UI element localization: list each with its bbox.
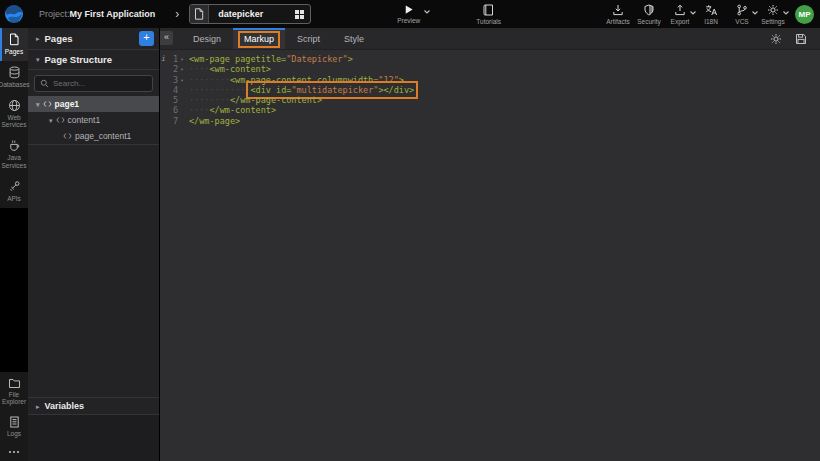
api-icon (8, 180, 21, 193)
code-line-content[interactable]: ········<wm-page-content columnwidth="12… (186, 75, 404, 85)
user-avatar[interactable]: MP (795, 5, 814, 24)
preview-label: Preview (397, 17, 420, 24)
search-input[interactable] (53, 79, 147, 88)
fold-caret-icon[interactable]: ▾ (178, 54, 186, 64)
line-number: 1 (167, 54, 178, 64)
breadcrumb-chevron-icon: › (175, 8, 179, 20)
chevron-down-icon[interactable] (689, 10, 697, 16)
collapse-panel-button[interactable]: « (160, 31, 173, 45)
vcs-button[interactable]: VCS (728, 4, 756, 25)
save-icon[interactable] (795, 33, 807, 45)
code-line[interactable]: 3▾········<wm-page-content columnwidth="… (160, 75, 820, 85)
code-line-content[interactable]: ····<wm-content> (186, 64, 271, 74)
code-line[interactable]: i1▾<wm-page pagetitle="Datepicker"> (160, 54, 820, 64)
tab-markup[interactable]: Markup (233, 28, 285, 49)
gutter: i1▾ (160, 54, 186, 64)
tree-item-content1[interactable]: ▾ content1 (28, 112, 159, 128)
chevron-down-icon[interactable] (782, 10, 790, 16)
fold-spacer (178, 116, 186, 126)
tutorials-button[interactable]: Tutorials (476, 4, 501, 25)
collapsed-caret-icon[interactable]: ▸ (36, 403, 40, 410)
pages-label: Pages (4, 48, 24, 56)
export-button[interactable]: Export (666, 4, 694, 25)
fold-caret-icon[interactable]: ▾ (178, 75, 186, 85)
widget-code-icon (63, 132, 72, 140)
code-token-tag: <wm-content> (209, 64, 270, 74)
code-token-tag: <div id= (250, 85, 291, 95)
page-file-icon (190, 5, 209, 23)
code-line[interactable]: 6····</wm-content> (160, 105, 820, 115)
sidebar-more-button[interactable] (0, 443, 28, 461)
code-line-content[interactable]: </wm-page> (186, 116, 240, 126)
code-lines: i1▾<wm-page pagetitle="Datepicker">2▾···… (160, 54, 820, 126)
top-bar: Project:My First Application › datepicke… (0, 0, 820, 28)
code-line-content[interactable]: <wm-page pagetitle="Datepicker"> (186, 54, 353, 64)
logs-label: Logs (6, 430, 22, 438)
project-breadcrumb[interactable]: Project:My First Application (39, 9, 155, 19)
ellipsis-icon (7, 448, 21, 456)
page-structure-title: Page Structure (45, 54, 159, 65)
page-structure-header[interactable]: ▾ Page Structure (28, 50, 159, 70)
gutter: 3▾ (160, 75, 186, 85)
fold-caret-icon[interactable]: ▾ (178, 64, 186, 74)
sidebar-item-pages[interactable]: Pages (0, 28, 28, 61)
chevron-down-icon[interactable] (751, 10, 759, 16)
sidebar-item-web-services[interactable]: Web Services (0, 94, 28, 135)
tree-item-page-content1[interactable]: page_content1 (28, 128, 159, 144)
code-line[interactable]: 4············<div id="multidatepicker"><… (160, 85, 820, 95)
expanded-caret-icon[interactable]: ▾ (49, 117, 53, 124)
variables-header[interactable]: ▸ Variables (28, 397, 159, 415)
sidebar-item-java-services[interactable]: Java Services (0, 134, 28, 175)
sidebar-item-databases[interactable]: Databases (0, 61, 28, 94)
panel-spacer (28, 145, 159, 397)
code-line[interactable]: 7</wm-page> (160, 116, 820, 126)
structure-search[interactable] (34, 75, 153, 92)
editor-area: « Design Markup Script Style i1▾<wm-page… (160, 28, 820, 461)
code-token-str: "Datepicker" (286, 54, 347, 64)
expanded-caret-icon[interactable]: ▾ (36, 101, 40, 108)
code-token-tag: <wm-page-content columnwidth= (230, 75, 378, 85)
code-line[interactable]: 2▾····<wm-content> (160, 64, 820, 74)
tab-design[interactable]: Design (181, 28, 233, 49)
preview-button[interactable]: Preview (397, 4, 420, 24)
code-line-content[interactable]: ····</wm-content> (186, 105, 276, 115)
code-line[interactable]: 5········</wm-page-content> (160, 95, 820, 105)
tree-item-page1[interactable]: ▾ page1 (28, 96, 159, 112)
tab-script[interactable]: Script (285, 28, 332, 49)
wavemaker-logo[interactable] (4, 4, 24, 24)
web-services-label: Web Services (0, 114, 28, 130)
whitespace-dots: ········ (189, 95, 230, 105)
code-token-tag: > (399, 75, 404, 85)
gutter: 5 (160, 95, 186, 105)
expanded-caret-icon[interactable]: ▾ (36, 56, 40, 63)
gutter-spacer (160, 116, 167, 126)
page-structure-tree: ▾ page1 ▾ content1 page_content1 (28, 96, 159, 145)
pages-panel-header[interactable]: ▸ Pages + (28, 28, 159, 50)
add-page-button[interactable]: + (139, 31, 154, 46)
gutter-spacer (160, 105, 167, 115)
widgets-grid-icon[interactable] (294, 9, 305, 20)
collapsed-caret-icon[interactable]: ▸ (36, 35, 40, 42)
panel-footer (28, 415, 159, 461)
i18n-button[interactable]: I18N (697, 4, 725, 25)
sidebar-item-logs[interactable]: Logs (0, 411, 28, 443)
file-explorer-label: File Explorer (0, 391, 28, 407)
settings-button[interactable]: Settings (759, 4, 787, 25)
line-number: 5 (167, 95, 178, 105)
editor-settings-gear-icon[interactable] (770, 33, 782, 45)
fold-spacer (178, 85, 186, 95)
code-line-content[interactable]: ········</wm-page-content> (186, 95, 322, 105)
line-number: 4 (167, 85, 178, 95)
open-page-tab[interactable]: datepicker (189, 4, 311, 24)
tab-style[interactable]: Style (332, 28, 376, 49)
artifacts-button[interactable]: Artifacts (604, 4, 632, 25)
sidebar-item-apis[interactable]: APIs (0, 175, 28, 208)
gutter-spacer (160, 95, 167, 105)
pages-icon (8, 33, 20, 46)
sidebar-item-file-explorer[interactable]: File Explorer (0, 372, 28, 412)
chevron-down-icon[interactable] (423, 9, 431, 15)
code-editor[interactable]: i1▾<wm-page pagetitle="Datepicker">2▾···… (160, 50, 820, 461)
code-highlight-box: <div id="multidatepicker"></div> (250, 85, 414, 95)
security-button[interactable]: Security (635, 4, 663, 25)
code-line-content[interactable]: ············<div id="multidatepicker"></… (186, 85, 414, 95)
